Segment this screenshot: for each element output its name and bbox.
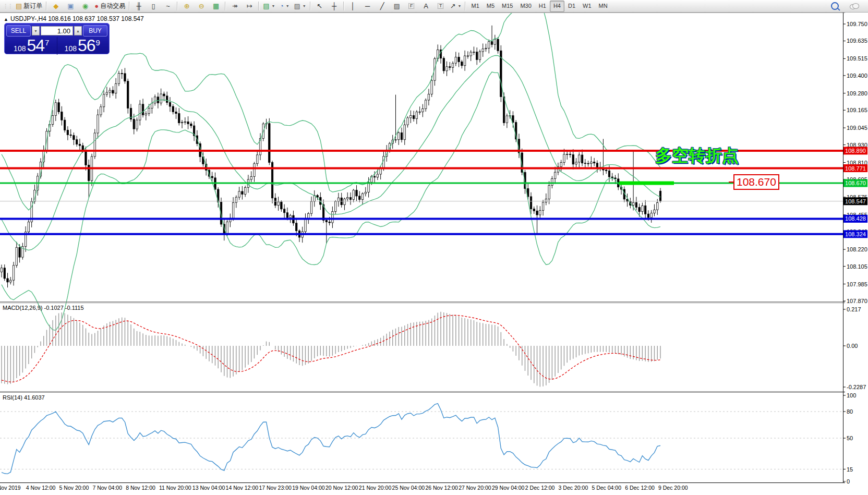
axis-tick-label: 107.985: [847, 281, 867, 287]
toolbar-separator: [46, 2, 47, 10]
timeframe-toolbar: M1M5M15M30H1H4D1W1MN: [467, 1, 611, 12]
time-axis-label: 27 Nov 20:00: [459, 485, 491, 491]
cursor-button[interactable]: ↖: [312, 1, 327, 12]
timeframe-h1[interactable]: H1: [535, 1, 550, 12]
signal-icon-glyph: ◉: [82, 3, 88, 9]
hline-button[interactable]: ─: [360, 1, 375, 12]
timeframe-m30[interactable]: M30: [516, 1, 535, 12]
axis-tick-label: 109.750: [847, 21, 867, 27]
search-button[interactable]: [827, 1, 842, 12]
axis-tick-label: 50: [847, 435, 853, 441]
auto-trading-glyph: ●: [94, 3, 99, 9]
axis-tick-label: 109.165: [847, 107, 867, 113]
buy-price[interactable]: 108569: [57, 37, 108, 55]
gold-bars-icon[interactable]: ◆: [49, 1, 63, 12]
line-chart-icon[interactable]: ~: [161, 1, 175, 12]
candlestick-chart-icon-glyph: ▯: [152, 3, 155, 9]
toolbar-separator: [258, 2, 259, 10]
crosshair-button[interactable]: ┼: [327, 1, 342, 12]
auto-scroll-icon[interactable]: ↠: [227, 1, 242, 12]
community-chat-button[interactable]: [847, 1, 862, 12]
volume-input[interactable]: [41, 26, 73, 35]
bar-chart-icon-glyph: ╫: [137, 3, 141, 9]
toolbar-separator: [343, 2, 344, 10]
axis-tick-label: 109.515: [847, 55, 867, 62]
bar-chart-icon[interactable]: ╫: [131, 1, 146, 12]
time-axis-label: 1 Nov 2019: [0, 485, 21, 491]
one-click-trading-panel: SELL ▼ ▲ BUY 108547 108569: [4, 23, 110, 54]
timeframe-m5[interactable]: M5: [483, 1, 498, 12]
chart-header: ▲USDJPY-,H4 108.616 108.637 108.537 108.…: [4, 15, 144, 22]
axis-tick-label: 0.00: [847, 343, 858, 349]
time-axis-label: 25 Nov 04:00: [392, 485, 425, 491]
chevron-down-icon[interactable]: ▼: [303, 4, 306, 8]
label-button[interactable]: T: [433, 1, 448, 12]
axis-tick-label: 108.105: [847, 263, 867, 270]
price-level-tag[interactable]: 108.670: [733, 174, 779, 190]
ohlc-values: 108.616 108.637 108.537 108.547: [48, 15, 144, 22]
toolbar-separator: [310, 2, 311, 10]
chevron-down-icon[interactable]: ▼: [286, 4, 290, 8]
svg-text:108.547: 108.547: [845, 198, 866, 204]
zoom-in-icon[interactable]: ⊕: [179, 1, 194, 12]
axis-tick-label: 109.400: [847, 73, 867, 79]
candlestick-chart-icon[interactable]: ▯: [146, 1, 161, 12]
axis-tick-label: 15: [847, 466, 853, 473]
sell-button[interactable]: SELL: [6, 25, 31, 37]
chevron-down-icon[interactable]: ▼: [271, 4, 275, 8]
timeframe-m1[interactable]: M1: [467, 1, 483, 12]
search-icon: [831, 2, 839, 10]
periods-glyph: ◔: [280, 3, 284, 9]
volume-decrease-button[interactable]: ▼: [32, 26, 40, 35]
timeframe-d1[interactable]: D1: [564, 1, 579, 12]
periods-button[interactable]: ◔▼: [277, 1, 292, 12]
time-axis-label: 11 Nov 20:00: [159, 485, 191, 491]
timeframe-m15[interactable]: M15: [498, 1, 516, 12]
time-axis-label: 6 Dec 12:00: [625, 485, 655, 491]
time-axis-label: 13 Nov 04:00: [192, 485, 225, 491]
terminal-icon-glyph: ▣: [67, 3, 74, 9]
expander-icon[interactable]: ▲: [4, 17, 8, 22]
zoom-out-icon[interactable]: ⊖: [194, 1, 209, 12]
volume-increase-button[interactable]: ▲: [74, 26, 82, 35]
indicators-button[interactable]: ▤▼: [261, 1, 277, 12]
signal-icon[interactable]: ◉: [78, 1, 92, 12]
templates-button[interactable]: ▨▼: [292, 1, 308, 12]
chart-canvas[interactable]: 109.750109.635109.515109.400109.280109.1…: [0, 0, 868, 495]
axis-tick-label: 109.635: [847, 38, 867, 44]
trendline-button[interactable]: ╱: [375, 1, 390, 12]
crosshair-glyph: ┼: [332, 3, 336, 9]
indicators-glyph: ▤: [263, 3, 269, 9]
time-axis-label: 14 Nov 12:00: [226, 485, 259, 491]
vline-button[interactable]: │: [346, 1, 360, 12]
gold-bars-icon-glyph: ◆: [53, 3, 58, 9]
arrows-button[interactable]: ↗▼: [448, 1, 464, 12]
timeframe-h4[interactable]: H4: [550, 1, 564, 12]
text-button[interactable]: A: [419, 1, 433, 12]
auto-trading-button-label: 自动交易: [100, 2, 125, 10]
time-axis-label: 5 Nov 20:00: [59, 485, 89, 491]
svg-text:108.324: 108.324: [845, 231, 866, 237]
auto-trading-button[interactable]: ●自动交易: [92, 1, 127, 12]
channel-button[interactable]: ▨: [390, 1, 404, 12]
terminal-icon[interactable]: ▣: [63, 1, 78, 12]
toolbar-drag-handle[interactable]: ⋮⋮: [3, 3, 13, 9]
time-axis-label: 7 Nov 04:00: [92, 485, 122, 491]
fibonacci-button[interactable]: F: [404, 1, 419, 12]
toolbar-separator: [465, 2, 466, 10]
timeframe-w1[interactable]: W1: [579, 1, 595, 12]
new-order-button[interactable]: ▤新订单: [14, 1, 44, 12]
mt4-window: 109.750109.635109.515109.400109.280109.1…: [0, 0, 868, 495]
chevron-down-icon[interactable]: ▼: [458, 4, 462, 8]
buy-button[interactable]: BUY: [83, 25, 107, 37]
sell-price[interactable]: 108547: [6, 37, 57, 55]
axis-tick-label: 109.045: [847, 125, 867, 131]
new-order-glyph: ▤: [16, 3, 22, 9]
tile-windows-icon[interactable]: ▦: [209, 1, 223, 12]
time-axis-label: 29 Nov 04:00: [492, 485, 525, 491]
chart-shift-icon[interactable]: ↦: [242, 1, 257, 12]
fibonacci-glyph: F: [408, 3, 415, 9]
macd-label: MACD(12,26,9) -0.1027 -0.1115: [3, 305, 84, 311]
label-glyph: T: [438, 3, 444, 9]
timeframe-mn[interactable]: MN: [595, 1, 611, 12]
